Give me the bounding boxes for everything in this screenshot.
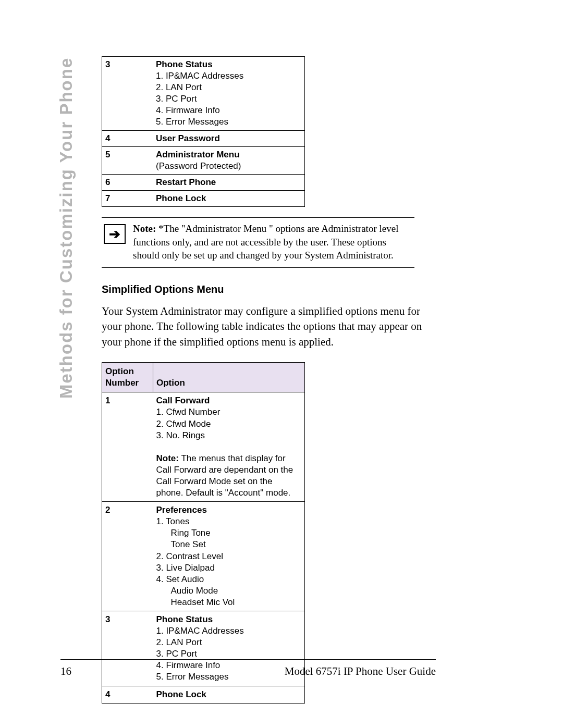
option-title: Administrator Menu	[156, 150, 240, 159]
option-line: 2. Cfwd Mode	[156, 419, 211, 429]
option-title: Phone Status	[156, 614, 213, 624]
table-row: 2 Preferences 1. Tones Ring Tone Tone Se…	[102, 502, 305, 611]
options-menu-table: 3 Phone Status 1. IP&MAC Addresses 2. LA…	[102, 56, 305, 207]
option-title: Phone Status	[156, 59, 213, 69]
document-title: Model 6757i IP Phone User Guide	[285, 665, 436, 678]
option-line: 3. PC Port	[156, 94, 197, 104]
option-cell: Phone Status 1. IP&MAC Addresses 2. LAN …	[153, 57, 305, 131]
note-label: Note:	[133, 223, 158, 234]
option-line: 2. LAN Port	[156, 82, 202, 92]
option-line: 3. Live Dialpad	[156, 563, 215, 573]
option-cell: Restart Phone	[153, 174, 305, 190]
option-cell: Call Forward 1. Cfwd Number 2. Cfwd Mode…	[153, 392, 305, 502]
option-title: Phone Lock	[156, 689, 206, 699]
option-cell: Phone Lock	[153, 190, 305, 206]
subsection-heading: Simplified Options Menu	[102, 283, 438, 295]
column-header: Option	[153, 363, 305, 392]
table-row: 6 Restart Phone	[102, 174, 305, 190]
option-line: (Password Protected)	[156, 161, 241, 171]
option-line: 1. IP&MAC Addresses	[156, 71, 243, 81]
table-header-row: Option Number Option	[102, 363, 305, 392]
option-number: 1	[102, 392, 153, 502]
option-cell: Administrator Menu (Password Protected)	[153, 146, 305, 174]
option-cell: User Password	[153, 130, 305, 146]
page-number: 16	[60, 665, 71, 678]
option-note: Note: The menus that display for Call Fo…	[156, 453, 293, 498]
body-paragraph: Your System Administrator may configure …	[102, 304, 435, 350]
option-subline: Tone Set	[156, 539, 302, 550]
table-row: 7 Phone Lock	[102, 190, 305, 206]
option-line: 1. Cfwd Number	[156, 407, 221, 417]
simplified-options-table: Option Number Option 1 Call Forward 1. C…	[102, 362, 305, 704]
table-row: 4 Phone Lock	[102, 686, 305, 703]
option-line: 3. PC Port	[156, 649, 197, 659]
table-row: 5 Administrator Menu (Password Protected…	[102, 146, 305, 174]
option-line: 1. Tones	[156, 516, 190, 526]
option-line: 2. LAN Port	[156, 637, 202, 647]
option-subline: Ring Tone	[156, 527, 302, 539]
option-number: 6	[102, 174, 153, 190]
option-title: User Password	[156, 133, 220, 143]
option-title: Phone Lock	[156, 193, 206, 203]
option-number: 4	[102, 130, 153, 146]
arrow-right-icon: ➔	[104, 224, 126, 244]
main-content: 3 Phone Status 1. IP&MAC Addresses 2. LA…	[102, 56, 438, 704]
table-row: 3 Phone Status 1. IP&MAC Addresses 2. LA…	[102, 57, 305, 131]
option-title: Restart Phone	[156, 177, 216, 187]
option-line: 3. No. Rings	[156, 430, 205, 440]
column-header: Option Number	[102, 363, 153, 392]
note-text: Note: *The "Administrator Menu " options…	[133, 222, 414, 262]
option-cell: Preferences 1. Tones Ring Tone Tone Set …	[153, 502, 305, 611]
table-row: 1 Call Forward 1. Cfwd Number 2. Cfwd Mo…	[102, 392, 305, 502]
option-number: 7	[102, 190, 153, 206]
option-subline: Audio Mode	[156, 585, 302, 597]
option-number: 2	[102, 502, 153, 611]
option-line: 2. Contrast Level	[156, 551, 224, 561]
option-number: 4	[102, 686, 153, 703]
option-line: 4. Firmware Info	[156, 105, 220, 115]
note-block: ➔ Note: *The "Administrator Menu " optio…	[102, 217, 414, 268]
table-row: 4 User Password	[102, 130, 305, 146]
option-number: 3	[102, 57, 153, 131]
option-line: 5. Error Messages	[156, 117, 228, 127]
option-subline: Headset Mic Vol	[156, 597, 302, 608]
option-line: 1. IP&MAC Addresses	[156, 626, 244, 636]
option-title: Preferences	[156, 505, 207, 515]
document-page: Methods for Customizing Your Phone 3 Pho…	[0, 0, 563, 728]
option-number: 5	[102, 146, 153, 174]
option-cell: Phone Lock	[153, 686, 305, 703]
note-body: *The "Administrator Menu " options are A…	[133, 223, 398, 261]
side-section-title: Methods for Customizing Your Phone	[56, 65, 98, 399]
option-title: Call Forward	[156, 396, 210, 405]
option-line: 4. Set Audio	[156, 574, 204, 584]
page-footer: 16 Model 6757i IP Phone User Guide	[60, 659, 436, 678]
